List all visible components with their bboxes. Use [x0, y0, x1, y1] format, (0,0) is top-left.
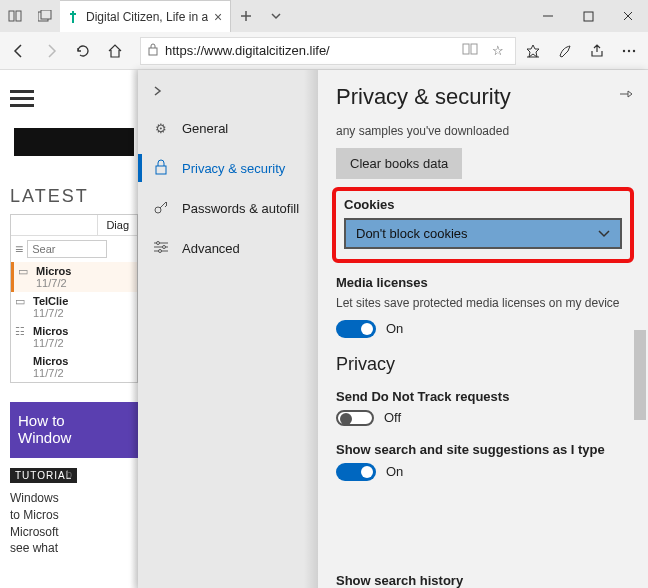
scrollbar-thumb[interactable] — [634, 330, 646, 420]
svg-rect-11 — [156, 166, 166, 174]
sidebar-widget: Diag ≡ ▭Micros11/7/2 ▭TelClie11/7/2 ☷Mic… — [10, 214, 138, 383]
svg-rect-7 — [471, 44, 477, 54]
tab-chevron-icon[interactable] — [261, 10, 291, 22]
favorites-icon[interactable] — [518, 36, 548, 66]
svg-point-14 — [163, 245, 166, 248]
dnt-toggle[interactable] — [336, 410, 374, 426]
gear-icon: ⚙ — [152, 121, 170, 136]
lock-icon — [152, 159, 170, 178]
hamburger-icon[interactable] — [10, 86, 34, 111]
pin-icon[interactable] — [618, 86, 634, 105]
chevron-down-icon — [598, 226, 610, 241]
nav-advanced[interactable]: Advanced — [138, 228, 318, 268]
more-icon[interactable] — [614, 36, 644, 66]
cookies-value: Don't block cookies — [356, 226, 468, 241]
privacy-heading: Privacy — [336, 354, 630, 375]
cookies-dropdown[interactable]: Don't block cookies — [344, 218, 622, 249]
media-desc: Let sites save protected media licenses … — [336, 296, 630, 312]
nav-label: Passwords & autofill — [182, 201, 299, 216]
reading-view-icon[interactable] — [459, 43, 481, 58]
sliders-icon — [152, 240, 170, 257]
svg-rect-5 — [149, 48, 157, 55]
list-item[interactable]: ☷Micros11/7/2 — [11, 322, 137, 352]
svg-point-15 — [159, 249, 162, 252]
promo-card[interactable]: How to Window — [10, 402, 138, 458]
settings-overlay: ⚙ General Privacy & security Passwords &… — [138, 70, 648, 588]
list-item[interactable]: Micros11/7/2 — [11, 352, 137, 382]
clear-books-button[interactable]: Clear books data — [336, 148, 462, 179]
cookies-heading: Cookies — [344, 197, 622, 212]
list-item[interactable]: ▭Micros11/7/2 — [11, 262, 137, 292]
row-icon: ▭ — [18, 265, 32, 278]
key-icon — [152, 199, 170, 218]
article-teaser: Windows to Micros Microsoft see what — [10, 490, 138, 557]
toggle-label: Off — [384, 410, 401, 425]
toggle-label: On — [386, 464, 403, 479]
media-licenses-toggle[interactable] — [336, 320, 376, 338]
dnt-heading: Send Do Not Track requests — [336, 389, 630, 404]
svg-rect-3 — [41, 10, 51, 19]
svg-point-8 — [623, 49, 625, 51]
favorite-star-icon[interactable]: ☆ — [487, 43, 509, 58]
nav-label: Advanced — [182, 241, 240, 256]
browser-tab[interactable]: Digital Citizen, Life in a × — [60, 0, 231, 32]
collapse-nav-icon[interactable] — [138, 74, 318, 108]
favicon-icon — [68, 11, 80, 23]
widget-search-input[interactable] — [27, 240, 107, 258]
nav-general[interactable]: ⚙ General — [138, 108, 318, 148]
svg-point-10 — [633, 49, 635, 51]
samples-text: any samples you've downloaded — [336, 124, 630, 138]
sidebar-toggle-icon[interactable] — [0, 9, 30, 23]
forward-button[interactable] — [36, 36, 66, 66]
lock-icon — [147, 42, 159, 59]
latest-heading: LATEST — [10, 186, 89, 207]
tab-close-icon[interactable]: × — [214, 9, 222, 25]
window-minimize-button[interactable] — [528, 0, 568, 32]
svg-rect-6 — [463, 44, 469, 54]
nav-label: Privacy & security — [182, 161, 285, 176]
svg-point-13 — [157, 241, 160, 244]
browser-toolbar: https://www.digitalcitizen.life/ ☆ — [0, 32, 648, 70]
media-heading: Media licenses — [336, 275, 630, 290]
row-icon: ▭ — [15, 295, 29, 308]
new-tab-button[interactable] — [231, 10, 261, 22]
suggestions-toggle[interactable] — [336, 463, 376, 481]
settings-panel: Privacy & security any samples you've do… — [318, 70, 648, 588]
svg-rect-4 — [584, 12, 593, 21]
refresh-button[interactable] — [68, 36, 98, 66]
row-icon — [15, 355, 29, 367]
address-bar[interactable]: https://www.digitalcitizen.life/ ☆ — [140, 37, 516, 65]
history-heading: Show search history — [336, 573, 463, 588]
home-button[interactable] — [100, 36, 130, 66]
nav-label: General — [182, 121, 228, 136]
share-icon[interactable] — [582, 36, 612, 66]
back-button[interactable] — [4, 36, 34, 66]
url-text: https://www.digitalcitizen.life/ — [165, 43, 453, 58]
svg-rect-0 — [9, 11, 14, 21]
svg-rect-1 — [16, 11, 21, 21]
settings-nav: ⚙ General Privacy & security Passwords &… — [138, 70, 318, 588]
svg-point-9 — [628, 49, 630, 51]
tab-overview-icon[interactable] — [30, 10, 60, 22]
tab-title: Digital Citizen, Life in a — [86, 10, 208, 24]
window-titlebar: Digital Citizen, Life in a × — [0, 0, 648, 32]
nav-privacy-security[interactable]: Privacy & security — [138, 148, 318, 188]
toggle-label: On — [386, 321, 403, 336]
tag-suffix: b — [66, 468, 72, 480]
notes-icon[interactable] — [550, 36, 580, 66]
panel-title: Privacy & security — [336, 84, 630, 110]
nav-passwords-autofill[interactable]: Passwords & autofill — [138, 188, 318, 228]
window-maximize-button[interactable] — [568, 0, 608, 32]
row-icon: ☷ — [15, 325, 29, 338]
list-item[interactable]: ▭TelClie11/7/2 — [11, 292, 137, 322]
banner-block — [14, 128, 134, 156]
window-close-button[interactable] — [608, 0, 648, 32]
suggestions-heading: Show search and site suggestions as I ty… — [336, 442, 630, 457]
cookies-highlight: Cookies Don't block cookies — [332, 187, 634, 263]
widget-menu-icon[interactable]: ≡ — [15, 241, 23, 257]
